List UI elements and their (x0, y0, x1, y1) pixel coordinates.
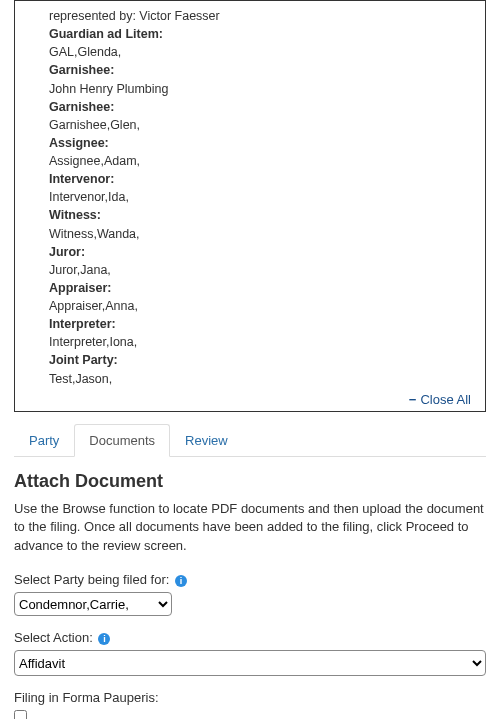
case-body: represented by: Victor Faesser Guardian … (15, 7, 485, 388)
party-role-value: Garnishee,Glen, (49, 116, 473, 134)
represented-by-prefix: represented by: (49, 9, 139, 23)
close-all-row: −Close All (15, 388, 485, 407)
party-role-value: Witness,Wanda, (49, 225, 473, 243)
pauperis-label: Filing in Forma Pauperis: (14, 690, 486, 705)
attach-section: Attach Document Use the Browse function … (14, 471, 486, 719)
tab-party[interactable]: Party (14, 424, 74, 457)
party-role-label: Guardian ad Litem: (49, 25, 473, 43)
represented-by-name: Victor Faesser (139, 9, 219, 23)
close-all-text: Close All (420, 392, 471, 407)
tabs: Party Documents Review (14, 424, 486, 457)
action-field: Select Action: i Affidavit (14, 630, 486, 676)
action-label: Select Action: i (14, 630, 486, 645)
pauperis-checkbox[interactable] (14, 710, 27, 719)
party-role-label: Interpreter: (49, 315, 473, 333)
party-field: Select Party being filed for: i Condemno… (14, 572, 486, 616)
party-role-label: Joint Party: (49, 351, 473, 369)
party-role-label: Witness: (49, 206, 473, 224)
case-summary-panel: represented by: Victor Faesser Guardian … (14, 0, 486, 412)
party-role-value: Interpreter,Iona, (49, 333, 473, 351)
info-icon[interactable]: i (175, 575, 187, 587)
close-all-link[interactable]: −Close All (409, 392, 471, 407)
party-role-label: Appraiser: (49, 279, 473, 297)
party-role-value: Juror,Jana, (49, 261, 473, 279)
attach-description: Use the Browse function to locate PDF do… (14, 500, 486, 557)
party-role-label: Assignee: (49, 134, 473, 152)
attach-heading: Attach Document (14, 471, 486, 492)
party-role-value: Intervenor,Ida, (49, 188, 473, 206)
party-role-label: Garnishee: (49, 98, 473, 116)
party-role-value: Test,Jason, (49, 370, 473, 388)
pauperis-field: Filing in Forma Pauperis: (14, 690, 486, 719)
info-icon[interactable]: i (98, 633, 110, 645)
tab-review[interactable]: Review (170, 424, 243, 457)
party-role-label: Intervenor: (49, 170, 473, 188)
party-label: Select Party being filed for: i (14, 572, 486, 587)
minus-icon: − (409, 392, 417, 407)
party-role-value: Appraiser,Anna, (49, 297, 473, 315)
action-select[interactable]: Affidavit (14, 650, 486, 676)
party-select[interactable]: Condemnor,Carrie, (14, 592, 172, 616)
party-role-value: GAL,Glenda, (49, 43, 473, 61)
party-role-value: Assignee,Adam, (49, 152, 473, 170)
represented-by-row: represented by: Victor Faesser (49, 7, 473, 25)
party-role-value: John Henry Plumbing (49, 80, 473, 98)
party-role-label: Juror: (49, 243, 473, 261)
party-role-label: Garnishee: (49, 61, 473, 79)
tab-documents[interactable]: Documents (74, 424, 170, 457)
